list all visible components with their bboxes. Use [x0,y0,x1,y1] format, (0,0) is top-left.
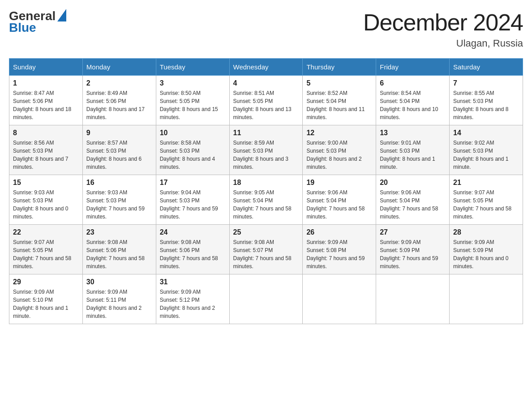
day-number: 30 [86,278,152,286]
month-title: December 2024 [363,9,523,36]
week-row-5: 29 Sunrise: 9:09 AMSunset: 5:10 PMDaylig… [9,274,523,324]
day-number: 8 [13,129,79,137]
svg-marker-0 [57,9,66,21]
calendar-cell: 17 Sunrise: 9:04 AMSunset: 5:03 PMDaylig… [156,175,229,225]
day-number: 20 [380,179,446,187]
calendar-cell: 7 Sunrise: 8:55 AMSunset: 5:03 PMDayligh… [450,76,523,125]
calendar-cell: 27 Sunrise: 9:09 AMSunset: 5:09 PMDaylig… [376,225,450,274]
weekday-header-friday: Friday [376,59,450,76]
day-number: 28 [453,228,519,236]
calendar-cell: 8 Sunrise: 8:56 AMSunset: 5:03 PMDayligh… [9,125,83,175]
day-info: Sunrise: 9:08 AMSunset: 5:06 PMDaylight:… [86,238,152,270]
calendar-cell [229,274,303,324]
calendar-cell: 1 Sunrise: 8:47 AMSunset: 5:06 PMDayligh… [9,76,83,125]
day-info: Sunrise: 9:06 AMSunset: 5:04 PMDaylight:… [380,188,446,221]
calendar-table: SundayMondayTuesdayWednesdayThursdayFrid… [9,58,523,324]
day-number: 9 [86,129,152,137]
day-number: 16 [86,179,152,187]
day-info: Sunrise: 8:51 AMSunset: 5:05 PMDaylight:… [233,89,299,121]
day-number: 7 [453,79,519,87]
day-info: Sunrise: 8:58 AMSunset: 5:03 PMDaylight:… [160,139,226,171]
day-info: Sunrise: 9:06 AMSunset: 5:04 PMDaylight:… [306,188,372,221]
location: Ulagan, Russia [363,38,523,49]
page-header: General Blue December 2024 Ulagan, Russi… [9,9,523,49]
day-info: Sunrise: 8:49 AMSunset: 5:06 PMDaylight:… [86,89,152,121]
day-info: Sunrise: 8:56 AMSunset: 5:03 PMDaylight:… [13,139,79,171]
week-row-1: 1 Sunrise: 8:47 AMSunset: 5:06 PMDayligh… [9,76,523,125]
day-number: 27 [380,228,446,236]
calendar-cell: 9 Sunrise: 8:57 AMSunset: 5:03 PMDayligh… [82,125,156,175]
calendar-cell: 6 Sunrise: 8:54 AMSunset: 5:04 PMDayligh… [376,76,450,125]
calendar-cell [450,274,523,324]
calendar-cell: 5 Sunrise: 8:52 AMSunset: 5:04 PMDayligh… [303,76,376,125]
calendar-cell: 24 Sunrise: 9:08 AMSunset: 5:06 PMDaylig… [156,225,229,274]
logo-blue-text: Blue [9,21,36,35]
calendar-cell: 22 Sunrise: 9:07 AMSunset: 5:05 PMDaylig… [9,225,83,274]
calendar-cell [376,274,450,324]
day-number: 25 [233,228,299,236]
calendar-cell: 13 Sunrise: 9:01 AMSunset: 5:03 PMDaylig… [376,125,450,175]
calendar-cell: 4 Sunrise: 8:51 AMSunset: 5:05 PMDayligh… [229,76,303,125]
week-row-2: 8 Sunrise: 8:56 AMSunset: 5:03 PMDayligh… [9,125,523,175]
day-info: Sunrise: 8:55 AMSunset: 5:03 PMDaylight:… [453,89,519,121]
day-info: Sunrise: 9:08 AMSunset: 5:06 PMDaylight:… [160,238,226,270]
day-info: Sunrise: 9:08 AMSunset: 5:07 PMDaylight:… [233,238,299,270]
calendar-cell: 31 Sunrise: 9:09 AMSunset: 5:12 PMDaylig… [156,274,229,324]
calendar-cell: 2 Sunrise: 8:49 AMSunset: 5:06 PMDayligh… [82,76,156,125]
calendar-cell: 16 Sunrise: 9:03 AMSunset: 5:03 PMDaylig… [82,175,156,225]
calendar-cell: 21 Sunrise: 9:07 AMSunset: 5:05 PMDaylig… [450,175,523,225]
day-number: 12 [306,129,372,137]
day-number: 19 [306,179,372,187]
day-info: Sunrise: 9:09 AMSunset: 5:11 PMDaylight:… [86,288,152,320]
day-number: 11 [233,129,299,137]
day-info: Sunrise: 8:52 AMSunset: 5:04 PMDaylight:… [306,89,372,121]
day-info: Sunrise: 9:09 AMSunset: 5:09 PMDaylight:… [380,238,446,270]
day-number: 13 [380,129,446,137]
day-number: 14 [453,129,519,137]
day-number: 21 [453,179,519,187]
day-info: Sunrise: 8:50 AMSunset: 5:05 PMDaylight:… [160,89,226,121]
day-number: 10 [160,129,226,137]
logo: General Blue [9,9,66,35]
day-number: 23 [86,228,152,236]
day-info: Sunrise: 9:04 AMSunset: 5:03 PMDaylight:… [160,188,226,221]
day-info: Sunrise: 9:09 AMSunset: 5:09 PMDaylight:… [453,238,519,270]
day-info: Sunrise: 9:00 AMSunset: 5:03 PMDaylight:… [306,139,372,171]
day-number: 17 [160,179,226,187]
day-number: 4 [233,79,299,87]
day-number: 5 [306,79,372,87]
calendar-cell: 29 Sunrise: 9:09 AMSunset: 5:10 PMDaylig… [9,274,83,324]
day-info: Sunrise: 8:59 AMSunset: 5:03 PMDaylight:… [233,139,299,171]
day-info: Sunrise: 8:54 AMSunset: 5:04 PMDaylight:… [380,89,446,121]
weekday-header-monday: Monday [82,59,156,76]
day-number: 15 [13,179,79,187]
calendar-cell: 18 Sunrise: 9:05 AMSunset: 5:04 PMDaylig… [229,175,303,225]
day-number: 18 [233,179,299,187]
day-number: 3 [160,79,226,87]
day-number: 24 [160,228,226,236]
day-info: Sunrise: 9:09 AMSunset: 5:08 PMDaylight:… [306,238,372,270]
day-info: Sunrise: 8:57 AMSunset: 5:03 PMDaylight:… [86,139,152,171]
day-info: Sunrise: 9:03 AMSunset: 5:03 PMDaylight:… [13,188,79,221]
calendar-cell: 30 Sunrise: 9:09 AMSunset: 5:11 PMDaylig… [82,274,156,324]
calendar-cell: 12 Sunrise: 9:00 AMSunset: 5:03 PMDaylig… [303,125,376,175]
calendar-cell: 20 Sunrise: 9:06 AMSunset: 5:04 PMDaylig… [376,175,450,225]
weekday-header-wednesday: Wednesday [229,59,303,76]
day-info: Sunrise: 9:02 AMSunset: 5:03 PMDaylight:… [453,139,519,171]
calendar-cell: 26 Sunrise: 9:09 AMSunset: 5:08 PMDaylig… [303,225,376,274]
week-row-4: 22 Sunrise: 9:07 AMSunset: 5:05 PMDaylig… [9,225,523,274]
weekday-header-tuesday: Tuesday [156,59,229,76]
calendar-cell: 10 Sunrise: 8:58 AMSunset: 5:03 PMDaylig… [156,125,229,175]
weekday-header-saturday: Saturday [450,59,523,76]
calendar-cell: 28 Sunrise: 9:09 AMSunset: 5:09 PMDaylig… [450,225,523,274]
calendar-cell: 23 Sunrise: 9:08 AMSunset: 5:06 PMDaylig… [82,225,156,274]
calendar-cell: 25 Sunrise: 9:08 AMSunset: 5:07 PMDaylig… [229,225,303,274]
day-info: Sunrise: 9:09 AMSunset: 5:10 PMDaylight:… [13,288,79,320]
calendar-cell: 15 Sunrise: 9:03 AMSunset: 5:03 PMDaylig… [9,175,83,225]
week-row-3: 15 Sunrise: 9:03 AMSunset: 5:03 PMDaylig… [9,175,523,225]
calendar-cell: 11 Sunrise: 8:59 AMSunset: 5:03 PMDaylig… [229,125,303,175]
day-number: 2 [86,79,152,87]
day-number: 31 [160,278,226,286]
calendar-cell: 14 Sunrise: 9:02 AMSunset: 5:03 PMDaylig… [450,125,523,175]
day-info: Sunrise: 9:01 AMSunset: 5:03 PMDaylight:… [380,139,446,171]
